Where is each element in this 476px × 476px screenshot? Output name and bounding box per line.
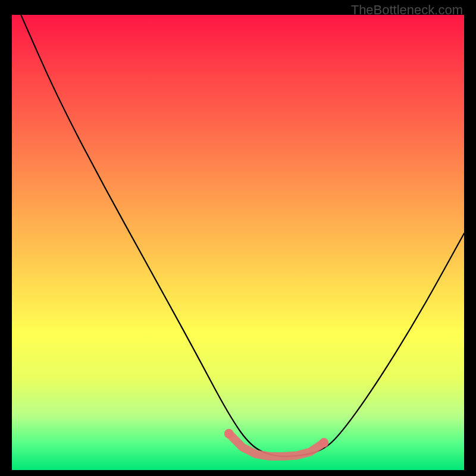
highlight-stroke <box>229 434 324 456</box>
chart-frame <box>12 15 464 470</box>
highlight-markers <box>224 429 329 456</box>
bottleneck-curve <box>21 15 464 456</box>
highlight-dot <box>319 438 328 447</box>
highlight-dot <box>224 429 234 439</box>
chart-svg <box>12 15 464 470</box>
watermark-text: TheBottleneck.com <box>351 2 463 18</box>
